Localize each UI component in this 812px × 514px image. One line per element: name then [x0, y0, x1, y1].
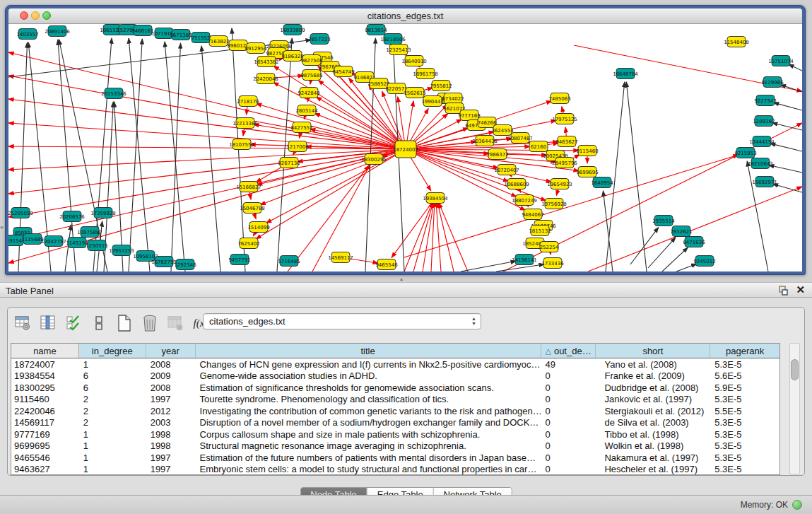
- close-panel-button[interactable]: ✕: [796, 284, 805, 296]
- graph-node[interactable]: 16720407: [494, 165, 519, 175]
- network-graph[interactable]: 1872400718300295193845542322605898275091…: [8, 24, 802, 271]
- graph-node[interactable]: 8912954: [245, 43, 267, 54]
- graph-node[interactable]: 9465546: [375, 259, 398, 270]
- graph-node[interactable]: 9129966: [761, 77, 784, 88]
- graph-node[interactable]: 15166827: [236, 182, 261, 192]
- graph-node[interactable]: 17957253: [109, 245, 134, 256]
- graph-node[interactable]: 25205059: [8, 208, 33, 218]
- graph-node[interactable]: 15751074: [768, 56, 794, 66]
- graph-node[interactable]: 20206576: [59, 211, 85, 222]
- graph-node[interactable]: 1209382: [753, 116, 775, 127]
- graph-node[interactable]: 18807249: [512, 195, 537, 206]
- graph-node[interactable]: 17359928: [90, 208, 116, 218]
- graph-node[interactable]: 1217006: [286, 141, 309, 152]
- graph-node[interactable]: 14196141: [512, 255, 537, 265]
- graph-node[interactable]: 16961758: [413, 69, 438, 79]
- graph-node[interactable]: 12042757: [41, 236, 66, 247]
- graph-node[interactable]: 1292346: [174, 259, 196, 270]
- collapse-arrow-icon[interactable]: ▸: [1, 223, 4, 230]
- graph-node[interactable]: 8427552: [290, 122, 312, 133]
- graph-node[interactable]: 20891406: [45, 26, 70, 37]
- scrollbar-thumb[interactable]: [791, 359, 799, 380]
- float-panel-button[interactable]: [777, 286, 788, 296]
- graph-node[interactable]: 10975887: [77, 227, 102, 238]
- select-rows-button[interactable]: [64, 314, 83, 332]
- delete-rows-button[interactable]: [141, 314, 159, 332]
- graph-node[interactable]: 16543382: [254, 57, 279, 67]
- graph-node[interactable]: 22420046: [253, 74, 278, 84]
- graph-node[interactable]: 10688609: [504, 179, 529, 189]
- table-settings-button[interactable]: [13, 314, 32, 332]
- graph-node[interactable]: 1815132: [529, 226, 551, 236]
- graph-node[interactable]: 62160: [529, 141, 548, 152]
- graph-node[interactable]: 12444154: [749, 136, 775, 147]
- graph-node[interactable]: 14569117: [328, 252, 353, 263]
- graph-node[interactable]: 6734022: [442, 93, 464, 104]
- network-canvas[interactable]: 1872400718300295193845542322605898275091…: [8, 24, 802, 271]
- graph-node[interactable]: 7625402: [237, 238, 259, 249]
- graph-node[interactable]: 9463627: [555, 136, 577, 147]
- graph-node[interactable]: 15692971: [752, 177, 777, 187]
- create-table-button[interactable]: [115, 314, 134, 332]
- graph-node[interactable]: 8813054: [365, 25, 387, 35]
- table-row[interactable]: 2242004622012Investigating the contribut…: [11, 405, 779, 417]
- graph-node[interactable]: 1562615: [404, 88, 425, 98]
- graph-node[interactable]: 28495796: [552, 158, 577, 168]
- graph-node[interactable]: 252254: [540, 242, 559, 252]
- graph-node[interactable]: 1145194: [66, 238, 88, 248]
- memory-status[interactable]: Memory: OK: [741, 500, 802, 510]
- graph-node[interactable]: 9466161: [131, 25, 153, 36]
- graph-node[interactable]: 9699695: [576, 167, 598, 177]
- graph-node[interactable]: 1640954: [591, 177, 613, 188]
- graph-node[interactable]: 18640910: [401, 56, 427, 66]
- table-row[interactable]: 946362711997Embryonic stem cells: a mode…: [11, 464, 779, 476]
- graph-node[interactable]: 7163822: [207, 36, 229, 47]
- graph-node[interactable]: 9484067: [522, 209, 543, 220]
- graph-node[interactable]: 1250515: [86, 240, 107, 251]
- graph-node[interactable]: 2935514: [652, 216, 675, 226]
- graph-node[interactable]: 751552: [192, 33, 211, 43]
- column-header-name[interactable]: name: [11, 344, 79, 358]
- graph-node[interactable]: 1115689: [21, 234, 43, 245]
- graph-node[interactable]: 11548408: [724, 37, 749, 47]
- graph-node[interactable]: 3624554: [491, 125, 514, 136]
- graph-node[interactable]: 7832621: [670, 226, 692, 237]
- graph-node[interactable]: 9245012: [693, 256, 715, 267]
- graph-node[interactable]: 8267130: [278, 158, 300, 168]
- graph-node[interactable]: 16782759: [151, 257, 177, 267]
- graph-node[interactable]: 7955812: [430, 81, 452, 91]
- table-row[interactable]: 969969511998Structural magnetic resonanc…: [11, 440, 779, 452]
- graph-node[interactable]: 16648784: [613, 69, 638, 79]
- table-select-combo[interactable]: citations_edges.txt ▲▼: [203, 313, 481, 329]
- graph-node[interactable]: 19654923: [547, 179, 572, 189]
- table-row[interactable]: 977716911998Corpus callosum shape and si…: [11, 428, 779, 440]
- graph-node[interactable]: 20364436: [472, 136, 498, 146]
- graph-node[interactable]: 15046788: [240, 203, 265, 214]
- table-row[interactable]: 911546021997Tourette syndrome. Phenomeno…: [11, 394, 779, 406]
- graph-node[interactable]: 1403557: [16, 29, 38, 40]
- graph-node[interactable]: 12213386: [233, 118, 258, 129]
- table-row[interactable]: 1938455462009Genome-wide association stu…: [11, 370, 779, 382]
- select-columns-button[interactable]: [39, 314, 57, 332]
- graph-node[interactable]: 9875685: [300, 70, 322, 81]
- row-height-button[interactable]: [90, 314, 108, 332]
- graph-node[interactable]: 7986372: [486, 149, 508, 160]
- graph-node[interactable]: 8215953: [734, 148, 756, 158]
- table-row[interactable]: 1830029562008Estimation of significance …: [11, 382, 779, 394]
- graph-node[interactable]: 5716485: [278, 256, 300, 267]
- table-row[interactable]: 1872400712008Changes of HCN gene express…: [11, 358, 779, 370]
- table-row[interactable]: 1456911722003Disruption of a novel membe…: [11, 417, 779, 429]
- graph-node[interactable]: 17975125: [552, 114, 577, 124]
- graph-node[interactable]: 2718176: [237, 96, 259, 107]
- graph-node[interactable]: 18107552: [229, 139, 254, 150]
- graph-node[interactable]: 19756928: [541, 199, 567, 209]
- splitter-handle-icon[interactable]: ▴: [400, 276, 403, 282]
- delete-table-button-disabled[interactable]: [166, 314, 184, 332]
- graph-node[interactable]: 7857223: [308, 34, 330, 45]
- graph-node[interactable]: 2803144: [295, 105, 318, 116]
- graph-node[interactable]: 1733436: [541, 258, 564, 269]
- table-scrollbar[interactable]: [789, 343, 800, 474]
- graph-node[interactable]: 9227343: [754, 95, 776, 106]
- graph-node[interactable]: 8471636: [683, 237, 705, 247]
- graph-node[interactable]: 8454749: [332, 66, 354, 77]
